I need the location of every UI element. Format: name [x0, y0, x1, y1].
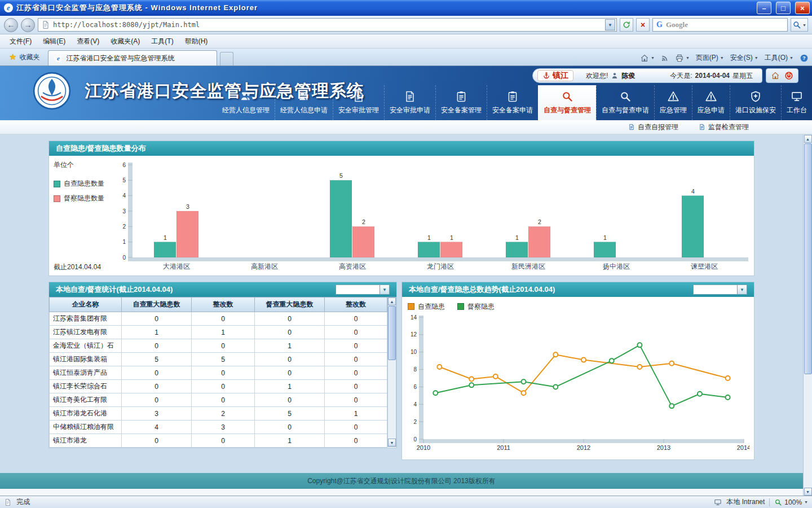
nav-item-self-inspection-mgmt[interactable]: 自查与督查管理 — [538, 85, 596, 120]
bar-chart-svg: 0123456大港港区13高新港区高资港区52龙门港区11新民洲港区12扬中港区… — [112, 158, 754, 274]
value-cell: 0 — [325, 434, 387, 448]
nav-item-safety-approval-mgmt[interactable]: 安全审批管理 — [333, 85, 384, 120]
table-row[interactable]: 镇江李长荣综合石0010 — [50, 380, 387, 393]
stats-filter-dropdown[interactable]: ▼ — [336, 284, 390, 295]
table-row[interactable]: 金海宏业（镇江）石0010 — [50, 339, 387, 353]
browser-toolbar: ▼ ▼ 页面(P)▼ 安全(S)▼ 工具(O)▼ ? — [640, 53, 809, 63]
pink-swatch — [54, 195, 60, 202]
table-row[interactable]: 江苏索普集团有限0000 — [50, 312, 387, 326]
page-menu-label: 页面(P) — [696, 53, 718, 63]
scroll-up-arrow[interactable]: ▲ — [388, 297, 396, 305]
trend-filter-dropdown[interactable]: ▼ — [693, 284, 747, 295]
new-tab-button[interactable] — [220, 52, 233, 65]
svg-text:1: 1 — [515, 234, 519, 241]
menu-help[interactable]: 帮助(H) — [180, 35, 213, 48]
scrollbar-thumb[interactable] — [388, 306, 396, 360]
table-scrollbar[interactable]: ▲ ▼ — [387, 297, 396, 447]
nav-item-safety-record-mgmt[interactable]: 安全备案管理 — [435, 85, 487, 120]
minimize-button[interactable]: – — [757, 2, 771, 14]
line-chart-svg: 0246810121420102011201220132014 — [407, 313, 749, 454]
legend-item-self-inspection: 自查隐患数量 — [54, 179, 112, 189]
value-cell: 3 — [192, 421, 255, 434]
home-button[interactable]: ▼ — [640, 54, 655, 63]
search-button[interactable]: ▼ — [791, 18, 808, 32]
scrollb ar-thumb[interactable] — [804, 143, 812, 374]
value-cell: 2 — [192, 407, 255, 421]
zoom-control[interactable]: 100% ▼ — [774, 498, 808, 506]
feeds-button[interactable] — [661, 54, 669, 62]
value-cell: 0 — [325, 393, 387, 407]
company-name-cell: 镇江市港龙 — [50, 434, 122, 448]
scroll-up-arrow[interactable]: ▲ — [804, 135, 812, 143]
help-button[interactable]: ? — [800, 54, 809, 63]
menu-tools[interactable]: 工具(T) — [146, 35, 178, 48]
scroll-down-arrow[interactable]: ▼ — [388, 439, 396, 446]
home-icon — [640, 54, 649, 63]
svg-text:12: 12 — [411, 331, 417, 338]
nav-item-emergency-mgmt[interactable]: 应急管理 — [654, 85, 692, 120]
nav-item-port-facility-security[interactable]: 港口设施保安 — [730, 85, 781, 120]
sub-menu: 自查自报管理 监督检查管理 — [0, 120, 812, 135]
stats-table-wrap: 企业名称 自查重大隐患数 整改数 督查重大隐患数 整改数 江苏索普集团有限000… — [49, 297, 396, 448]
refresh-button[interactable] — [620, 18, 633, 32]
svg-text:6: 6 — [122, 162, 126, 168]
sub-item-supervision-check-mgmt[interactable]: 监督检查管理 — [699, 122, 749, 132]
logout-icon[interactable] — [784, 71, 793, 80]
tab-main[interactable]: e 江苏省港口安全监管与应急管理系统 — [48, 50, 217, 65]
favorites-button[interactable]: ★ 收藏夹 — [3, 50, 45, 64]
nav-item-safety-approval-apply[interactable]: 安全审批申请 — [384, 85, 435, 120]
table-row[interactable]: 镇江恒泰沥青产品0000 — [50, 366, 387, 380]
sub-item-self-report-mgmt[interactable]: 自查自报管理 — [628, 122, 678, 132]
svg-text:2011: 2011 — [497, 444, 510, 451]
nav-label: 自查与督查管理 — [544, 106, 591, 115]
home-shortcut-icon[interactable] — [771, 71, 780, 80]
page-menu-button[interactable]: 页面(P)▼ — [696, 53, 724, 63]
trend-panel-title: 本地自查/督查隐患总数趋势(截止2014.04.04) — [409, 284, 555, 295]
svg-text:谏壁港区: 谏壁港区 — [691, 262, 718, 270]
maximize-button[interactable]: □ — [776, 2, 791, 14]
table-panel-title: 本地自查/督查统计(截止2014.04.04) — [56, 284, 173, 295]
nav-item-workbench[interactable]: 工作台 — [781, 85, 812, 120]
menu-view[interactable]: 查看(V) — [72, 35, 104, 48]
svg-text:新民洲港区: 新民洲港区 — [511, 262, 545, 270]
app-header: 江苏省港口安全监管与应急管理系统 镇江 欢迎您! 陈俊 今天是: 2014-04… — [0, 66, 812, 120]
nav-item-safety-record-apply[interactable]: 安全备案申请 — [487, 85, 538, 120]
menu-file[interactable]: 文件(F) — [5, 35, 37, 48]
nav-item-emergency-apply[interactable]: 应急申请 — [692, 85, 730, 120]
nav-item-self-inspection-apply[interactable]: 自查与督查申请 — [596, 85, 654, 120]
vertical-scrollbar[interactable]: ▲ ▼ — [803, 135, 812, 496]
svg-text:2013: 2013 — [657, 444, 670, 451]
menu-edit[interactable]: 编辑(E) — [38, 35, 70, 48]
back-button[interactable]: ← — [4, 18, 18, 32]
table-row[interactable]: 镇江市港龙石化港3251 — [50, 407, 387, 421]
svg-text:高新港区: 高新港区 — [251, 262, 278, 270]
table-row[interactable]: 镇江市港龙0010 — [50, 434, 387, 448]
stop-button[interactable]: × — [636, 18, 650, 32]
address-dropdown[interactable]: ▼ — [605, 19, 615, 30]
svg-text:2: 2 — [122, 224, 126, 230]
value-cell: 0 — [325, 312, 387, 326]
table-row[interactable]: 镇江奇美化工有限0000 — [50, 393, 387, 407]
value-cell: 0 — [325, 353, 387, 366]
table-row[interactable]: 中储粮镇江粮油有限4300 — [50, 421, 387, 434]
tools-menu-button[interactable]: 工具(O)▼ — [765, 53, 793, 63]
favorites-label: 收藏夹 — [19, 52, 39, 62]
safety-menu-button[interactable]: 安全(S)▼ — [730, 53, 758, 63]
nav-item-operator-info-apply[interactable]: 经营人信息申请 — [275, 85, 333, 120]
status-right: 本地 Intranet 100% ▼ — [714, 497, 808, 507]
value-cell: 1 — [122, 326, 192, 339]
close-button[interactable]: × — [795, 2, 810, 14]
nav-item-operator-info-mgmt[interactable]: 经营人信息管理 — [217, 85, 275, 120]
value-cell: 0 — [192, 380, 255, 393]
legend-label: 自查隐患数量 — [64, 179, 104, 189]
address-input[interactable]: http://localhost:8080/yjpt/Main.html ▼ — [38, 18, 617, 32]
scroll-down-arrow[interactable]: ▼ — [804, 488, 812, 496]
print-button[interactable]: ▼ — [675, 54, 690, 63]
city-badge: 镇江 — [537, 70, 573, 81]
menu-favorites[interactable]: 收藏夹(A) — [105, 35, 145, 48]
svg-text:6: 6 — [413, 384, 417, 390]
search-input[interactable]: G Google — [652, 18, 788, 32]
table-row[interactable]: 镇江港国际集装箱5500 — [50, 353, 387, 366]
table-row[interactable]: 江苏镇江发电有限1100 — [50, 326, 387, 339]
forward-button[interactable]: → — [21, 18, 35, 32]
